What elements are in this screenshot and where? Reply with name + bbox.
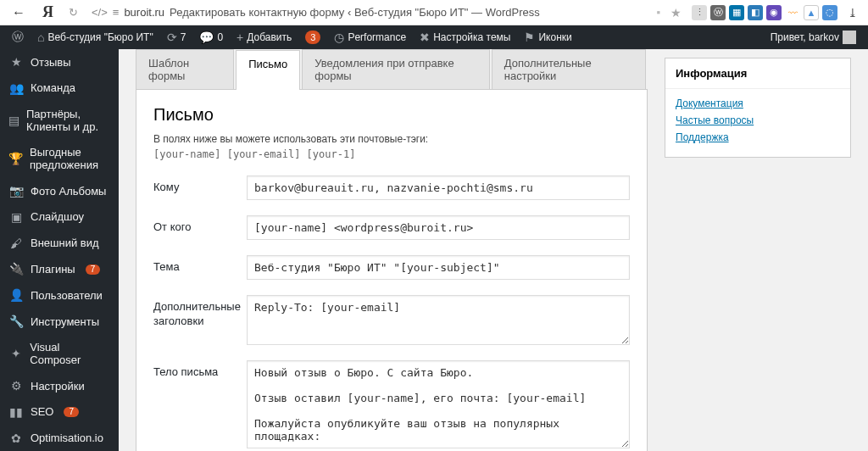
howdy-text: Привет, barkov [771, 31, 839, 43]
reload-button[interactable]: ↻ [65, 6, 81, 19]
browser-toolbar: ← Я ↻ </> ≡ buroit.ru Редактировать конт… [0, 0, 868, 25]
mail-hint: В полях ниже вы можете использовать эти … [153, 133, 630, 145]
content-area: Шаблон формы Письмо Уведомления при отпр… [119, 49, 868, 451]
account-link[interactable]: Привет, barkov [764, 25, 863, 49]
menu-vc[interactable]: ✦Visual Composer [0, 335, 119, 373]
comments-count: 0 [217, 31, 223, 43]
subject-input[interactable] [247, 255, 630, 280]
icons-link[interactable]: ⚑Иконки [517, 25, 578, 49]
menu-label: Плагины [31, 263, 75, 276]
subject-label: Тема [153, 255, 247, 275]
notif-count: 3 [305, 31, 320, 44]
add-new-link[interactable]: +Добавить [230, 25, 298, 49]
gauge-icon: ◷ [334, 31, 344, 44]
address-bar[interactable]: </> ≡ buroit.ru Редактировать контактную… [88, 6, 649, 19]
users-icon: 👥 [8, 81, 24, 96]
brush-icon: 🖌 [8, 237, 24, 251]
ext-icon-5[interactable]: ◉ [766, 5, 782, 20]
trophy-icon: 🏆 [8, 152, 23, 166]
vc-icon: ✦ [8, 347, 23, 361]
slideshow-icon: ▣ [8, 210, 24, 225]
page-title: Редактировать контактную форму ‹ Веб-сту… [170, 6, 540, 19]
menu-appearance[interactable]: 🖌Внешний вид [0, 231, 119, 257]
settings-icon: ⚙ [8, 379, 24, 393]
tab-messages[interactable]: Уведомления при отправке формы [302, 49, 490, 89]
mail-tags: [your-name] [your-email] [your-1] [153, 148, 630, 160]
back-button[interactable]: ← [7, 5, 31, 20]
menu-label: Внешний вид [31, 237, 99, 250]
menu-slideshow[interactable]: ▣Слайдшоу [0, 204, 119, 231]
site-name-link[interactable]: ⌂Веб-студия "Бюро ИТ" [31, 25, 160, 49]
extension-icons: ⋮ ⓦ ▦ ◧ ◉ 〰 ▲ ◌ [692, 5, 837, 20]
menu-reviews[interactable]: ★Отзывы [0, 49, 119, 75]
wp-logo[interactable]: ⓦ [5, 25, 31, 49]
menu-users[interactable]: 👤Пользователи [0, 282, 119, 309]
notifications[interactable]: 3 [298, 25, 327, 49]
reader-icon: ≡ [113, 6, 120, 19]
theme-settings-label: Настройка темы [433, 31, 510, 43]
menu-seo[interactable]: ▮▮SEO7 [0, 399, 119, 426]
comments-link[interactable]: 💬0 [192, 25, 230, 49]
comment-icon: 💬 [199, 31, 214, 44]
menu-label: Слайдшоу [31, 210, 84, 224]
docs-link[interactable]: Документация [676, 97, 840, 109]
ext-icon-7[interactable]: ▲ [804, 5, 819, 20]
headers-label: Дополнительные заголовки [153, 295, 247, 329]
url-domain: buroit.ru [124, 6, 164, 19]
menu-label: Отзывы [31, 56, 71, 70]
to-input[interactable] [247, 175, 630, 200]
main-panel: Шаблон формы Письмо Уведомления при отпр… [136, 49, 648, 451]
menu-tools[interactable]: 🔧Инструменты [0, 309, 119, 335]
icons-label: Иконки [538, 31, 571, 43]
admin-sidebar: ★Отзывы 👥Команда ▤Партнёры, Клиенты и др… [0, 49, 119, 451]
performance-link[interactable]: ◷Performance [327, 25, 413, 49]
menu-partners[interactable]: ▤Партнёры, Клиенты и др. [0, 102, 119, 140]
menu-label: Инструменты [31, 315, 99, 329]
menu-label: SEO [31, 405, 53, 419]
user-icon: 👤 [8, 288, 24, 303]
updates-count: 7 [181, 31, 186, 43]
tab-additional[interactable]: Дополнительные настройки [492, 49, 646, 89]
headers-textarea[interactable] [247, 295, 630, 345]
plugins-badge: 7 [86, 264, 101, 275]
body-textarea[interactable] [247, 360, 630, 448]
code-icon: </> [92, 6, 108, 19]
ext-icon-4[interactable]: ◧ [748, 5, 763, 20]
seo-badge: 7 [64, 407, 79, 417]
downloads-icon[interactable]: ⤓ [844, 6, 861, 19]
menu-team[interactable]: 👥Команда [0, 75, 119, 102]
star-icon: ★ [8, 55, 24, 70]
ext-icon-1[interactable]: ⋮ [692, 5, 707, 20]
menu-label: Пользователи [31, 289, 103, 303]
menu-offers[interactable]: 🏆Выгодные предложения [0, 140, 119, 178]
add-new-label: Добавить [247, 31, 292, 43]
seo-icon: ▮▮ [8, 405, 24, 420]
theme-settings-link[interactable]: ✖Настройка темы [413, 25, 517, 49]
tab-mail[interactable]: Письмо [236, 50, 300, 90]
menu-optimisation[interactable]: ✿Optimisation.io [0, 426, 119, 451]
menu-plugins[interactable]: 🔌Плагины7 [0, 256, 119, 282]
from-label: От кого [153, 215, 247, 235]
flag-icon: ⚑ [524, 31, 535, 44]
wrench-icon: ✖ [420, 31, 430, 44]
site-name: Веб-студия "Бюро ИТ" [47, 31, 153, 43]
tab-form[interactable]: Шаблон формы [136, 49, 234, 89]
support-link[interactable]: Поддержка [676, 131, 840, 143]
menu-albums[interactable]: 📷Фото Альбомы [0, 178, 119, 204]
plugin-icon: 🔌 [8, 262, 24, 276]
ext-icon-6[interactable]: 〰 [785, 5, 800, 20]
ext-icon-8[interactable]: ◌ [822, 5, 837, 20]
panel-heading: Письмо [153, 105, 630, 125]
menu-label: Выгодные предложения [30, 146, 110, 172]
menu-label: Visual Composer [30, 341, 110, 367]
updates-link[interactable]: ⟳7 [160, 25, 193, 49]
yandex-logo[interactable]: Я [37, 3, 58, 21]
ext-icon-3[interactable]: ▦ [729, 5, 744, 20]
menu-settings[interactable]: ⚙Настройки [0, 373, 119, 399]
info-sidebar: Информация Документация Частые вопросы П… [665, 49, 851, 451]
bookmark-star-icon[interactable]: ★ [667, 6, 685, 19]
book-icon: ▤ [8, 114, 19, 128]
from-input[interactable] [247, 215, 630, 240]
faq-link[interactable]: Частые вопросы [676, 114, 840, 126]
wordpress-ext-icon[interactable]: ⓦ [710, 5, 726, 20]
